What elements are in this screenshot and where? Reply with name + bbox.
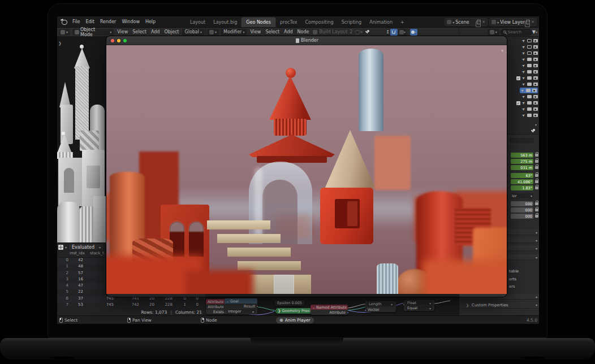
view-layer-name[interactable]: View Layer bbox=[500, 20, 525, 25]
rotation-x-field[interactable]: 63° bbox=[511, 173, 533, 178]
tab-layout[interactable]: Layout bbox=[186, 18, 209, 27]
output-socket[interactable] bbox=[256, 305, 258, 307]
selectable-icon[interactable]: ➤ bbox=[521, 44, 527, 49]
fake-user-icon[interactable]: ◯ bbox=[355, 29, 360, 34]
editor-type-button[interactable]: ▾ bbox=[207, 29, 219, 36]
selectable-icon[interactable]: ➤ bbox=[521, 50, 527, 55]
blender-logo-icon[interactable] bbox=[61, 19, 67, 25]
disable-render-icon[interactable] bbox=[533, 107, 538, 111]
outliner-row[interactable]: ➤ bbox=[522, 112, 538, 118]
vp-menu-select[interactable]: Select bbox=[130, 29, 149, 34]
tab-add-workspace[interactable]: + bbox=[396, 18, 408, 27]
input-socket[interactable] bbox=[274, 310, 277, 312]
tab-compositing[interactable]: Compositing bbox=[301, 18, 337, 27]
render-view[interactable]: ▾ 90 bbox=[106, 45, 507, 294]
operation-dropdown[interactable]: Length▾ bbox=[367, 302, 394, 306]
stop-icon[interactable]: ⊗ bbox=[279, 318, 283, 323]
disable-render-icon[interactable] bbox=[533, 76, 538, 80]
unlink-icon[interactable]: ✕ bbox=[360, 30, 363, 34]
view-layer-selector[interactable]: ▾ View Layer ✕ bbox=[489, 18, 537, 26]
orientation-dropdown[interactable]: Global▾ bbox=[182, 29, 204, 36]
scale-x-field[interactable]: 000 bbox=[511, 201, 533, 206]
menu-edit[interactable]: Edit bbox=[83, 19, 97, 24]
menu-render[interactable]: Render bbox=[97, 19, 119, 24]
vp-menu-object[interactable]: Object bbox=[162, 29, 181, 34]
table-row[interactable]: 7537457422022810 bbox=[57, 302, 205, 309]
selectable-icon[interactable]: ➤ bbox=[521, 75, 527, 80]
viewport-3d[interactable]: ❯ bbox=[57, 37, 108, 242]
outliner-row[interactable]: ➤ bbox=[522, 94, 538, 99]
selectable-icon[interactable]: ➤ bbox=[521, 63, 527, 68]
tab-proctex[interactable]: procTex bbox=[276, 18, 301, 27]
disable-render-icon[interactable] bbox=[533, 51, 538, 55]
zoom-button[interactable] bbox=[123, 39, 127, 42]
checkbox[interactable]: ✓ bbox=[516, 76, 520, 80]
vp-menu-add[interactable]: Add bbox=[149, 29, 162, 34]
object-name-field[interactable] bbox=[510, 138, 534, 143]
selectable-icon[interactable]: ➤ bbox=[521, 112, 527, 118]
scene-name[interactable]: Scene bbox=[455, 20, 476, 25]
hide-viewport-icon[interactable] bbox=[527, 95, 532, 98]
node-goal-group[interactable]: ⌄Goal Result Integer▾ bbox=[225, 298, 257, 314]
display-mode-dropdown[interactable]: ▾ bbox=[488, 29, 499, 36]
scale-z-field[interactable]: 000 bbox=[511, 214, 533, 219]
disable-render-icon[interactable] bbox=[532, 89, 537, 92]
custom-properties-panel[interactable]: ❯ Custom Properties ▾ bbox=[459, 302, 539, 309]
outliner-search[interactable]: Search bbox=[501, 29, 532, 36]
hide-viewport-icon[interactable] bbox=[527, 70, 532, 73]
column-inst-idx[interactable]: inst_idx bbox=[70, 251, 85, 255]
user-count[interactable]: 2 bbox=[350, 29, 352, 34]
outliner-row[interactable]: ➤ bbox=[522, 81, 538, 87]
output-socket[interactable] bbox=[347, 311, 349, 314]
selectable-icon[interactable]: ➤ bbox=[521, 100, 527, 105]
lock-icon[interactable] bbox=[535, 174, 538, 177]
hide-viewport-icon[interactable] bbox=[527, 76, 532, 80]
tab-scripting[interactable]: Scripting bbox=[338, 18, 366, 27]
lock-icon[interactable] bbox=[535, 154, 538, 157]
collapse-icon[interactable]: ⌄ bbox=[226, 299, 229, 303]
menu-help[interactable]: Help bbox=[143, 19, 158, 24]
new-layer-icon[interactable] bbox=[526, 20, 530, 24]
disable-render-icon[interactable] bbox=[533, 95, 538, 98]
checkbox[interactable]: ✓ bbox=[516, 101, 520, 105]
node-named-attribute-b[interactable]: ⌄Named Attribute Attribute bbox=[311, 305, 348, 315]
type-dropdown[interactable]: Float▾ bbox=[406, 301, 433, 305]
outliner-row[interactable]: ➤ bbox=[522, 106, 538, 112]
tab-animation[interactable]: Animation bbox=[365, 18, 396, 27]
lock-icon[interactable] bbox=[535, 180, 538, 183]
selectable-icon[interactable]: ➤ bbox=[521, 106, 527, 111]
hide-viewport-icon[interactable] bbox=[527, 64, 532, 67]
tab-geo-nodes[interactable]: Geo Nodes bbox=[241, 17, 276, 27]
hide-viewport-icon[interactable] bbox=[527, 58, 532, 61]
lock-icon[interactable] bbox=[535, 215, 538, 218]
render-window[interactable]: Blender bbox=[106, 36, 507, 297]
collapse-icon[interactable]: ⌄ bbox=[312, 305, 315, 309]
disable-render-icon[interactable] bbox=[533, 70, 538, 73]
operation-dropdown[interactable]: Equal▾ bbox=[406, 306, 433, 310]
selectable-icon[interactable]: ➤ bbox=[521, 69, 527, 74]
rotation-y-field[interactable]: 41.086° bbox=[511, 179, 533, 184]
lock-icon[interactable] bbox=[535, 166, 538, 169]
selectable-icon[interactable]: ➤ bbox=[521, 81, 527, 86]
selectable-icon[interactable]: ➤ bbox=[520, 88, 525, 93]
disable-render-icon[interactable] bbox=[533, 64, 538, 67]
scale-y-field[interactable]: 000 bbox=[511, 207, 533, 213]
outliner-row[interactable]: ➤ bbox=[522, 57, 538, 62]
hide-viewport-icon[interactable] bbox=[527, 45, 532, 49]
hide-viewport-icon[interactable] bbox=[527, 114, 532, 117]
lock-icon[interactable] bbox=[535, 202, 538, 205]
integer-dropdown[interactable]: Integer▾ bbox=[226, 309, 256, 314]
expand-icon[interactable]: ❯ bbox=[278, 309, 281, 313]
ne-menu-view[interactable]: View bbox=[248, 29, 263, 34]
hide-viewport-icon[interactable] bbox=[526, 89, 531, 92]
vp-menu-view[interactable]: View bbox=[115, 29, 130, 34]
hide-viewport-icon[interactable] bbox=[527, 101, 532, 105]
node-compare[interactable]: Float▾ Equal▾ bbox=[404, 300, 434, 311]
outliner-row[interactable]: ➤ bbox=[522, 44, 538, 50]
outliner-row[interactable]: ➤ bbox=[522, 38, 538, 44]
input-socket[interactable] bbox=[403, 304, 405, 306]
rotation-z-field[interactable]: 1.83° bbox=[511, 185, 533, 190]
disable-render-icon[interactable] bbox=[533, 114, 538, 117]
outliner-row[interactable]: ✓➤ bbox=[516, 75, 538, 81]
location-z-field[interactable]: 031 m bbox=[511, 165, 533, 170]
